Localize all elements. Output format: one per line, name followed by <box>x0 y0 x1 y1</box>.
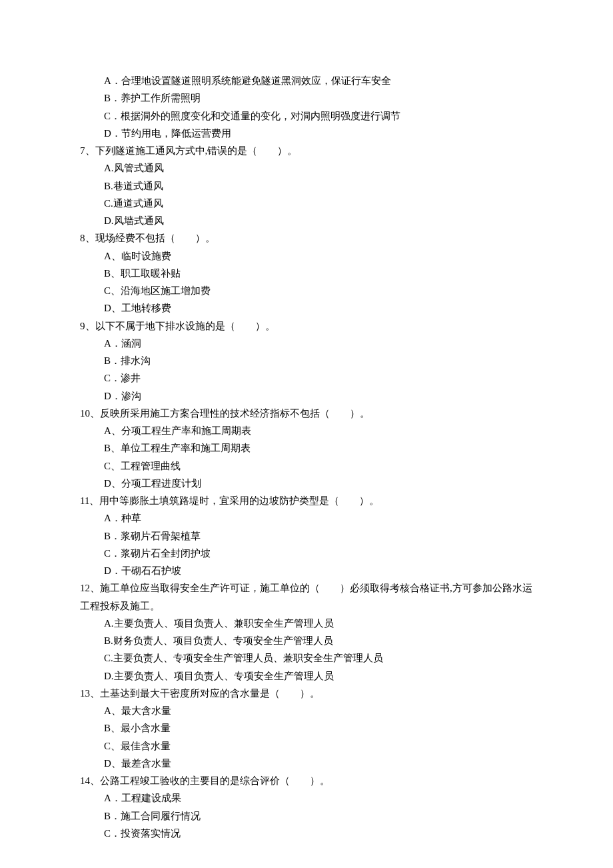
question-block: 13、土基达到最大干密度所对应的含水量是（ ）。 A、最大含水量 B、最小含水量… <box>80 685 533 772</box>
option-item: C、工程管理曲线 <box>104 457 533 475</box>
question-options: A．种草 B．浆砌片石骨架植草 C．浆砌片石全封闭护坡 D．干砌石石护坡 <box>80 509 533 579</box>
option-item: C、沿海地区施工增加费 <box>104 282 533 299</box>
option-item: A.主要负责人、项目负责人、兼职安全生产管理人员 <box>104 615 533 632</box>
question-stem: 11、用中等膨胀土填筑路堤时，宜采用的边坡防护类型是（ ）。 <box>80 492 533 509</box>
option-item: D、工地转移费 <box>104 299 533 317</box>
option-item: C．根据洞外的照度变化和交通量的变化，对洞内照明强度进行调节 <box>104 107 533 125</box>
option-item: B、职工取暖补贴 <box>104 265 533 282</box>
option-item: A、最大含水量 <box>104 702 533 719</box>
option-item: C．投资落实情况 <box>104 825 533 842</box>
option-item: B．养护工作所需照明 <box>104 89 533 107</box>
option-item: A、分项工程生产率和施工周期表 <box>104 422 533 439</box>
option-item: C．渗井 <box>104 369 533 387</box>
option-item: A、临时设施费 <box>104 247 533 265</box>
option-item: A．工程建设成果 <box>104 789 533 807</box>
question-block: 10、反映所采用施工方案合理性的技术经济指标不包括（ ）。 A、分项工程生产率和… <box>80 405 533 492</box>
question-stem: 8、现场经费不包括（ ）。 <box>80 229 533 247</box>
option-item: A.风管式通风 <box>104 159 533 177</box>
question-options: A、最大含水量 B、最小含水量 C、最佳含水量 D、最差含水量 <box>80 702 533 772</box>
question-block: 11、用中等膨胀土填筑路堤时，宜采用的边坡防护类型是（ ）。 A．种草 B．浆砌… <box>80 492 533 579</box>
question-block: 7、下列隧道施工通风方式中,错误的是（ ）。 A.风管式通风 B.巷道式通风 C… <box>80 142 533 229</box>
option-item: C.通道式通风 <box>104 195 533 212</box>
option-item: D、分项工程进度计划 <box>104 475 533 492</box>
option-item: B．排水沟 <box>104 352 533 369</box>
option-item: A．涵洞 <box>104 335 533 352</box>
question-block: 9、以下不属于地下排水设施的是（ ）。 A．涵洞 B．排水沟 C．渗井 D．渗沟 <box>80 317 533 405</box>
option-item: D、最差含水量 <box>104 755 533 772</box>
option-item: B．施工合同履行情况 <box>104 807 533 825</box>
question-stem: 13、土基达到最大干密度所对应的含水量是（ ）。 <box>80 685 533 702</box>
option-item: D．节约用电，降低运营费用 <box>104 125 533 142</box>
option-item: A．种草 <box>104 509 533 527</box>
question-options: A．合理地设置隧道照明系统能避免隧道黑洞效应，保证行车安全 B．养护工作所需照明… <box>80 72 533 142</box>
option-item: D．干砌石石护坡 <box>104 562 533 579</box>
option-item: B、单位工程生产率和施工周期表 <box>104 439 533 457</box>
option-item: B．浆砌片石骨架植草 <box>104 527 533 545</box>
question-stem: 14、公路工程竣工验收的主要目的是综合评价（ ）。 <box>80 772 533 789</box>
question-stem: 10、反映所采用施工方案合理性的技术经济指标不包括（ ）。 <box>80 405 533 422</box>
question-options: A.风管式通风 B.巷道式通风 C.通道式通风 D.风墙式通风 <box>80 159 533 229</box>
option-item: D.风墙式通风 <box>104 212 533 229</box>
option-item: D.主要负责人、项目负责人、专项安全生产管理人员 <box>104 667 533 685</box>
option-item: C．浆砌片石全封闭护坡 <box>104 545 533 562</box>
question-block: 8、现场经费不包括（ ）。 A、临时设施费 B、职工取暖补贴 C、沿海地区施工增… <box>80 229 533 317</box>
question-options: A、临时设施费 B、职工取暖补贴 C、沿海地区施工增加费 D、工地转移费 <box>80 247 533 317</box>
option-item: B、最小含水量 <box>104 719 533 737</box>
option-item: C、最佳含水量 <box>104 737 533 755</box>
question-block: A．合理地设置隧道照明系统能避免隧道黑洞效应，保证行车安全 B．养护工作所需照明… <box>80 72 533 142</box>
document-page: A．合理地设置隧道照明系统能避免隧道黑洞效应，保证行车安全 B．养护工作所需照明… <box>0 0 613 868</box>
question-block: 14、公路工程竣工验收的主要目的是综合评价（ ）。 A．工程建设成果 B．施工合… <box>80 772 533 842</box>
question-stem: 9、以下不属于地下排水设施的是（ ）。 <box>80 317 533 335</box>
option-item: B.财务负责人、项目负责人、专项安全生产管理人员 <box>104 632 533 649</box>
question-stem: 12、施工单位应当取得安全生产许可证，施工单位的（ ）必须取得考核合格证书,方可… <box>80 579 533 615</box>
question-options: A、分项工程生产率和施工周期表 B、单位工程生产率和施工周期表 C、工程管理曲线… <box>80 422 533 492</box>
question-options: A．涵洞 B．排水沟 C．渗井 D．渗沟 <box>80 335 533 405</box>
question-block: 12、施工单位应当取得安全生产许可证，施工单位的（ ）必须取得考核合格证书,方可… <box>80 579 533 685</box>
option-item: D．渗沟 <box>104 387 533 405</box>
option-item: B.巷道式通风 <box>104 177 533 195</box>
question-options: A.主要负责人、项目负责人、兼职安全生产管理人员 B.财务负责人、项目负责人、专… <box>80 615 533 685</box>
question-stem: 7、下列隧道施工通风方式中,错误的是（ ）。 <box>80 142 533 159</box>
option-item: A．合理地设置隧道照明系统能避免隧道黑洞效应，保证行车安全 <box>104 72 533 89</box>
question-options: A．工程建设成果 B．施工合同履行情况 C．投资落实情况 <box>80 789 533 842</box>
option-item: C.主要负责人、专项安全生产管理人员、兼职安全生产管理人员 <box>104 649 533 667</box>
